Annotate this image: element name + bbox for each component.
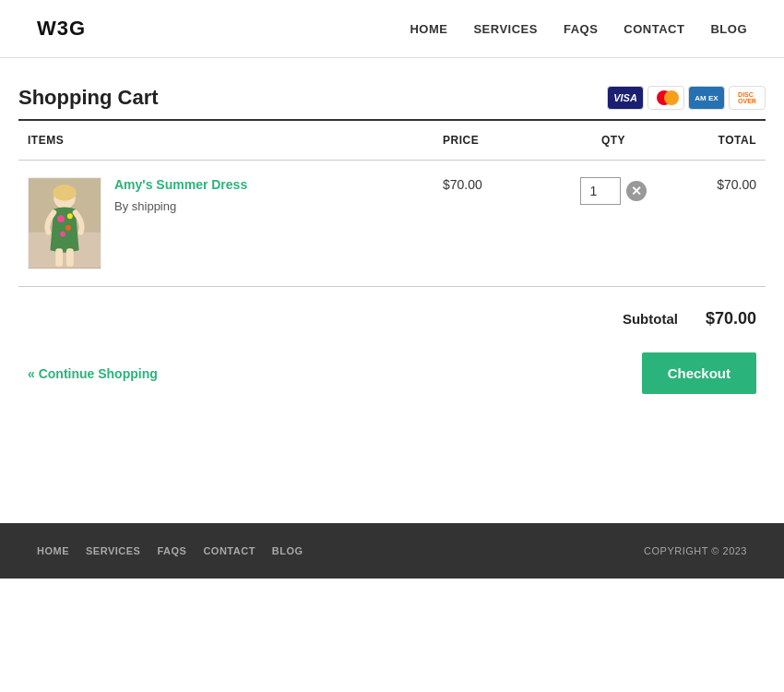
subtotal-label: Subtotal xyxy=(623,311,678,327)
visa-card-icon: VISA xyxy=(607,86,644,110)
footer-nav-home[interactable]: HOME xyxy=(37,545,69,556)
subtotal-row: Subtotal $70.00 xyxy=(18,287,766,338)
continue-shopping-link[interactable]: « Continue Shopping xyxy=(28,366,158,381)
main-content: Shopping Cart VISA AM EX DISCOVER ITEMS … xyxy=(0,58,784,449)
logo: W3G xyxy=(37,17,86,41)
amex-icon: AM EX xyxy=(688,86,725,110)
item-info: Amy's Summer Dress By shipping xyxy=(114,177,247,213)
svg-point-4 xyxy=(57,215,65,222)
cart-actions: « Continue Shopping Checkout xyxy=(18,338,766,394)
item-name[interactable]: Amy's Summer Dress xyxy=(114,177,247,192)
product-image xyxy=(28,177,101,269)
item-price: $70.00 xyxy=(434,161,553,287)
payment-icons: VISA AM EX DISCOVER xyxy=(607,86,766,110)
total-column-header: TOTAL xyxy=(673,121,766,161)
subtotal-value: $70.00 xyxy=(706,309,756,328)
nav-services[interactable]: SERVICES xyxy=(473,22,538,36)
quantity-input[interactable] xyxy=(580,177,621,205)
footer-nav-services[interactable]: SERVICES xyxy=(86,545,140,556)
checkout-button[interactable]: Checkout xyxy=(642,352,756,394)
main-nav: HOME SERVICES FAQS CONTACT BLOG xyxy=(410,22,747,36)
footer-nav-faqs[interactable]: FAQS xyxy=(157,545,186,556)
items-column-header: ITEMS xyxy=(18,121,434,161)
table-row: Amy's Summer Dress By shipping $70.00 ✕ … xyxy=(18,161,766,287)
table-header-row: ITEMS PRICE QTY TOTAL xyxy=(18,121,766,161)
svg-point-6 xyxy=(60,232,65,237)
price-column-header: PRICE xyxy=(434,121,553,161)
svg-rect-8 xyxy=(55,248,63,267)
nav-home[interactable]: HOME xyxy=(410,22,447,36)
footer-copyright: COPYRIGHT © 2023 xyxy=(644,545,747,556)
item-shipping: By shipping xyxy=(114,199,247,213)
nav-faqs[interactable]: FAQS xyxy=(564,22,598,36)
item-cell: Amy's Summer Dress By shipping xyxy=(18,161,434,287)
header: W3G HOME SERVICES FAQS CONTACT BLOG xyxy=(0,0,784,58)
qty-column-header: QTY xyxy=(553,121,673,161)
footer: HOME SERVICES FAQS CONTACT BLOG COPYRIGH… xyxy=(0,523,784,579)
svg-point-5 xyxy=(65,225,71,231)
nav-blog[interactable]: BLOG xyxy=(710,22,747,36)
discover-icon: DISCOVER xyxy=(729,86,766,110)
quantity-wrapper: ✕ xyxy=(580,177,647,205)
svg-point-3 xyxy=(53,185,76,201)
svg-rect-9 xyxy=(66,248,74,267)
footer-nav-contact[interactable]: CONTACT xyxy=(203,545,255,556)
mastercard-icon xyxy=(647,86,684,110)
footer-nav-blog[interactable]: BLOG xyxy=(272,545,303,556)
item-total: $70.00 xyxy=(673,161,766,287)
nav-contact[interactable]: CONTACT xyxy=(624,22,684,36)
footer-nav: HOME SERVICES FAQS CONTACT BLOG xyxy=(37,545,303,556)
cart-header: Shopping Cart VISA AM EX DISCOVER xyxy=(18,86,766,110)
svg-point-7 xyxy=(67,213,73,219)
quantity-cell: ✕ xyxy=(553,161,673,287)
cart-title: Shopping Cart xyxy=(18,86,159,110)
remove-item-button[interactable]: ✕ xyxy=(626,181,647,201)
cart-table: ITEMS PRICE QTY TOTAL xyxy=(18,121,766,287)
